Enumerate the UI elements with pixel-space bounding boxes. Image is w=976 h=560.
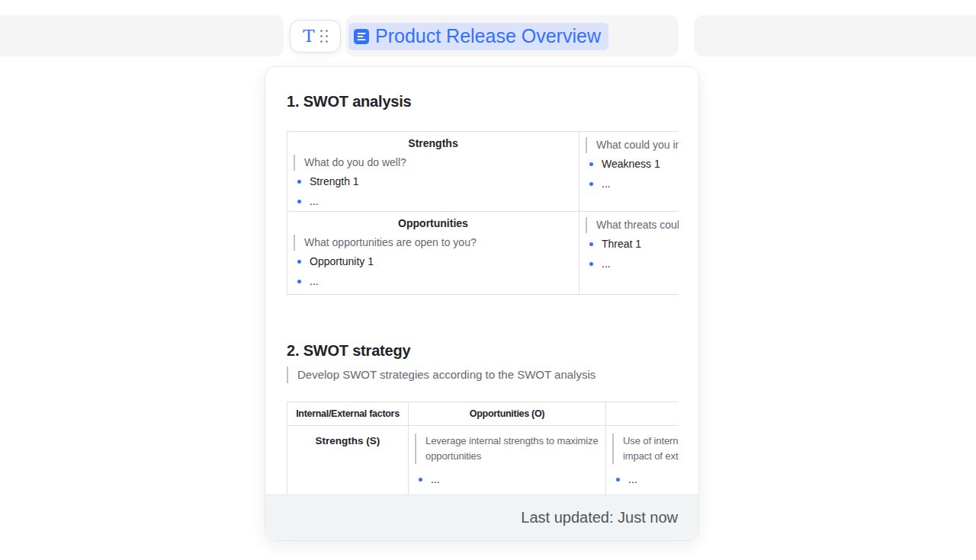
list-item: ... [580,178,679,190]
section-quote: Develop SWOT strategies according to the… [287,366,679,383]
list-item: ... [606,473,679,486]
card-footer: Last updated: Just now [265,494,698,540]
doc-title: Product Release Overview [375,27,601,47]
swot-cell-threats: What threats could harm you? Threat 1 ..… [580,212,679,295]
list-item: Strength 1 [287,175,579,188]
cell-header: Opportunities [287,217,579,229]
list-item: ... [409,473,605,486]
text-block-icon[interactable]: T [303,27,314,45]
last-updated-label: Last updated: Just now [521,509,678,526]
list-item: Weakness 1 [580,158,679,171]
list-item: ... [287,195,579,208]
toolbar-strip-left [0,15,284,56]
swot-analysis-table: Strengths What do you do well? Strength … [287,131,679,295]
swot-cell-weaknesses: What could you improve? Weakness 1 ... [580,132,679,212]
cell-quote: What opportunities are open to you? [294,235,573,251]
list-item: Threat 1 [580,238,679,251]
list-item: ... [580,258,679,270]
doc-content: 1. SWOT analysis Strengths What do you d… [287,67,679,541]
cell-quote: What do you do well? [294,155,573,171]
document-icon [353,28,370,45]
strategy-header-opportunities: Opportunities (O) [409,402,606,426]
cell-quote: What threats could harm you? [586,217,679,233]
toolbar-strip-right [694,15,976,56]
list-item: Opportunity 1 [287,255,579,268]
cell-quote: Use of internal strengths to minimize th… [612,434,679,464]
doc-title-chip[interactable]: Product Release Overview [348,23,608,50]
doc-preview-card: 1. SWOT analysis Strengths What do you d… [265,66,699,541]
swot-cell-opportunities: Opportunities What opportunities are ope… [287,212,580,295]
strategy-header-threats [606,402,679,426]
row-label: Strengths (S) [287,435,408,446]
block-type-pill[interactable]: T [290,20,341,53]
section-heading-swot-strategy: 2. SWOT strategy [287,342,679,360]
cell-quote: What could you improve? [586,137,679,153]
swot-cell-strengths: Strengths What do you do well? Strength … [287,132,580,212]
section-heading-swot-analysis: 1. SWOT analysis [287,93,679,110]
cell-quote: Leverage internal strengths to maximize … [415,434,599,464]
drag-handle-icon[interactable] [320,30,328,43]
cell-header: Strengths [287,137,579,149]
strategy-header-factors: Internal/External factors [287,402,409,426]
list-item: ... [287,275,579,288]
